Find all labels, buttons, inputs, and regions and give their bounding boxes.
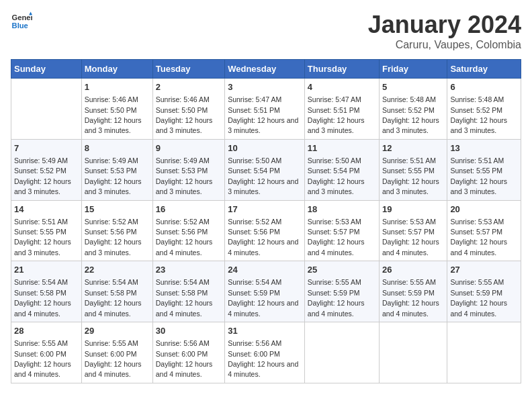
- calendar-cell: [380, 322, 447, 383]
- day-number: 9: [156, 142, 222, 154]
- svg-text:Blue: Blue: [12, 21, 28, 30]
- day-info: Sunrise: 5:47 AMSunset: 5:51 PMDaylight:…: [308, 95, 365, 134]
- day-info: Sunrise: 5:55 AMSunset: 5:59 PMDaylight:…: [308, 278, 365, 317]
- weekday-header-thursday: Thursday: [304, 60, 379, 79]
- calendar-week-row: 7Sunrise: 5:49 AMSunset: 5:52 PMDaylight…: [11, 139, 521, 200]
- weekday-header-sunday: Sunday: [11, 60, 82, 79]
- day-info: Sunrise: 5:52 AMSunset: 5:56 PMDaylight:…: [85, 218, 142, 257]
- day-info: Sunrise: 5:55 AMSunset: 5:59 PMDaylight:…: [382, 278, 439, 317]
- calendar-cell: 17Sunrise: 5:52 AMSunset: 5:56 PMDayligh…: [225, 200, 305, 261]
- calendar-cell: 29Sunrise: 5:55 AMSunset: 6:00 PMDayligh…: [81, 322, 152, 383]
- day-info: Sunrise: 5:52 AMSunset: 5:56 PMDaylight:…: [156, 218, 213, 257]
- calendar-cell: [447, 322, 521, 383]
- day-info: Sunrise: 5:46 AMSunset: 5:50 PMDaylight:…: [85, 95, 142, 134]
- weekday-header-friday: Friday: [380, 60, 447, 79]
- calendar-cell: 24Sunrise: 5:54 AMSunset: 5:59 PMDayligh…: [225, 261, 305, 322]
- calendar-table: SundayMondayTuesdayWednesdayThursdayFrid…: [11, 59, 521, 383]
- day-info: Sunrise: 5:51 AMSunset: 5:55 PMDaylight:…: [450, 156, 507, 195]
- day-number: 13: [450, 142, 518, 154]
- calendar-cell: 10Sunrise: 5:50 AMSunset: 5:54 PMDayligh…: [225, 139, 305, 200]
- logo-icon: General Blue: [11, 11, 32, 32]
- calendar-cell: 25Sunrise: 5:55 AMSunset: 5:59 PMDayligh…: [304, 261, 379, 322]
- day-number: 14: [14, 203, 79, 216]
- calendar-week-row: 1Sunrise: 5:46 AMSunset: 5:50 PMDaylight…: [11, 79, 521, 140]
- day-number: 10: [228, 142, 302, 154]
- calendar-cell: 3Sunrise: 5:47 AMSunset: 5:51 PMDaylight…: [225, 79, 305, 140]
- day-info: Sunrise: 5:49 AMSunset: 5:52 PMDaylight:…: [14, 156, 71, 195]
- day-number: 7: [14, 142, 79, 154]
- calendar-cell: 30Sunrise: 5:56 AMSunset: 6:00 PMDayligh…: [152, 322, 224, 383]
- day-info: Sunrise: 5:47 AMSunset: 5:51 PMDaylight:…: [228, 95, 298, 134]
- page-header: General Blue January 2024 Caruru, Vaupes…: [11, 11, 521, 51]
- calendar-week-row: 21Sunrise: 5:54 AMSunset: 5:58 PMDayligh…: [11, 261, 521, 322]
- day-number: 31: [228, 325, 302, 337]
- day-info: Sunrise: 5:51 AMSunset: 5:55 PMDaylight:…: [14, 218, 71, 257]
- day-number: 20: [450, 203, 518, 216]
- day-number: 17: [228, 203, 302, 216]
- day-info: Sunrise: 5:54 AMSunset: 5:58 PMDaylight:…: [14, 278, 71, 317]
- calendar-cell: 31Sunrise: 5:56 AMSunset: 6:00 PMDayligh…: [225, 322, 305, 383]
- calendar-week-row: 14Sunrise: 5:51 AMSunset: 5:55 PMDayligh…: [11, 200, 521, 261]
- day-info: Sunrise: 5:49 AMSunset: 5:53 PMDaylight:…: [156, 156, 213, 195]
- day-number: 5: [382, 81, 444, 93]
- calendar-cell: 16Sunrise: 5:52 AMSunset: 5:56 PMDayligh…: [152, 200, 224, 261]
- day-number: 16: [156, 203, 222, 216]
- calendar-cell: 19Sunrise: 5:53 AMSunset: 5:57 PMDayligh…: [380, 200, 447, 261]
- calendar-cell: 8Sunrise: 5:49 AMSunset: 5:53 PMDaylight…: [81, 139, 152, 200]
- calendar-week-row: 28Sunrise: 5:55 AMSunset: 6:00 PMDayligh…: [11, 322, 521, 383]
- title-section: January 2024 Caruru, Vaupes, Colombia: [368, 11, 521, 51]
- day-number: 1: [85, 81, 150, 93]
- day-number: 25: [308, 264, 376, 276]
- day-info: Sunrise: 5:54 AMSunset: 5:58 PMDaylight:…: [156, 278, 213, 317]
- calendar-cell: 4Sunrise: 5:47 AMSunset: 5:51 PMDaylight…: [304, 79, 379, 140]
- day-info: Sunrise: 5:46 AMSunset: 5:50 PMDaylight:…: [156, 95, 213, 134]
- day-number: 29: [85, 325, 150, 337]
- calendar-cell: 22Sunrise: 5:54 AMSunset: 5:58 PMDayligh…: [81, 261, 152, 322]
- day-info: Sunrise: 5:50 AMSunset: 5:54 PMDaylight:…: [308, 156, 365, 195]
- day-info: Sunrise: 5:49 AMSunset: 5:53 PMDaylight:…: [85, 156, 142, 195]
- calendar-cell: [304, 322, 379, 383]
- calendar-cell: 11Sunrise: 5:50 AMSunset: 5:54 PMDayligh…: [304, 139, 379, 200]
- day-number: 4: [308, 81, 376, 93]
- day-info: Sunrise: 5:55 AMSunset: 6:00 PMDaylight:…: [85, 339, 142, 378]
- day-number: 8: [85, 142, 150, 154]
- day-info: Sunrise: 5:55 AMSunset: 5:59 PMDaylight:…: [450, 278, 507, 317]
- calendar-cell: 9Sunrise: 5:49 AMSunset: 5:53 PMDaylight…: [152, 139, 224, 200]
- day-number: 27: [450, 264, 518, 276]
- day-info: Sunrise: 5:54 AMSunset: 5:58 PMDaylight:…: [85, 278, 142, 317]
- calendar-cell: 28Sunrise: 5:55 AMSunset: 6:00 PMDayligh…: [11, 322, 82, 383]
- day-number: 18: [308, 203, 376, 216]
- day-info: Sunrise: 5:56 AMSunset: 6:00 PMDaylight:…: [228, 339, 298, 378]
- day-number: 22: [85, 264, 150, 276]
- day-info: Sunrise: 5:56 AMSunset: 6:00 PMDaylight:…: [156, 339, 213, 378]
- day-number: 15: [85, 203, 150, 216]
- day-info: Sunrise: 5:54 AMSunset: 5:59 PMDaylight:…: [228, 278, 298, 317]
- calendar-cell: [11, 79, 82, 140]
- day-number: 6: [450, 81, 518, 93]
- weekday-header-tuesday: Tuesday: [152, 60, 224, 79]
- calendar-cell: 15Sunrise: 5:52 AMSunset: 5:56 PMDayligh…: [81, 200, 152, 261]
- day-info: Sunrise: 5:52 AMSunset: 5:56 PMDaylight:…: [228, 218, 298, 257]
- calendar-cell: 23Sunrise: 5:54 AMSunset: 5:58 PMDayligh…: [152, 261, 224, 322]
- day-number: 19: [382, 203, 444, 216]
- calendar-cell: 2Sunrise: 5:46 AMSunset: 5:50 PMDaylight…: [152, 79, 224, 140]
- calendar-header-row: SundayMondayTuesdayWednesdayThursdayFrid…: [11, 60, 521, 79]
- day-number: 26: [382, 264, 444, 276]
- calendar-cell: 7Sunrise: 5:49 AMSunset: 5:52 PMDaylight…: [11, 139, 82, 200]
- day-number: 21: [14, 264, 79, 276]
- calendar-cell: 12Sunrise: 5:51 AMSunset: 5:55 PMDayligh…: [380, 139, 447, 200]
- calendar-cell: 1Sunrise: 5:46 AMSunset: 5:50 PMDaylight…: [81, 79, 152, 140]
- calendar-cell: 27Sunrise: 5:55 AMSunset: 5:59 PMDayligh…: [447, 261, 521, 322]
- calendar-cell: 26Sunrise: 5:55 AMSunset: 5:59 PMDayligh…: [380, 261, 447, 322]
- day-info: Sunrise: 5:53 AMSunset: 5:57 PMDaylight:…: [450, 218, 507, 257]
- day-number: 28: [14, 325, 79, 337]
- page-subtitle: Caruru, Vaupes, Colombia: [368, 39, 521, 51]
- weekday-header-saturday: Saturday: [447, 60, 521, 79]
- day-info: Sunrise: 5:48 AMSunset: 5:52 PMDaylight:…: [450, 95, 507, 134]
- day-number: 30: [156, 325, 222, 337]
- day-info: Sunrise: 5:53 AMSunset: 5:57 PMDaylight:…: [308, 218, 365, 257]
- day-info: Sunrise: 5:55 AMSunset: 6:00 PMDaylight:…: [14, 339, 71, 378]
- calendar-cell: 14Sunrise: 5:51 AMSunset: 5:55 PMDayligh…: [11, 200, 82, 261]
- day-number: 23: [156, 264, 222, 276]
- calendar-cell: 6Sunrise: 5:48 AMSunset: 5:52 PMDaylight…: [447, 79, 521, 140]
